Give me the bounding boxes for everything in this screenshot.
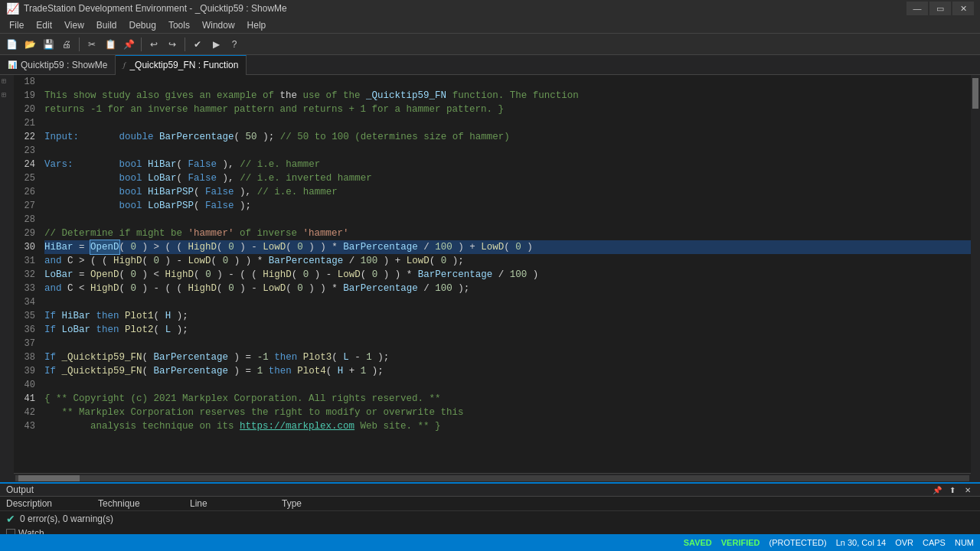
tab-showme[interactable]: 📊 Quicktip59 : ShowMe bbox=[0, 55, 116, 75]
open-btn[interactable]: 📂 bbox=[21, 36, 38, 53]
v-scrollbar[interactable] bbox=[971, 75, 980, 482]
status-right: SAVED VERIFIED (PROTECTED) Ln 30, Col 14… bbox=[684, 538, 974, 547]
ln-40: 40 bbox=[17, 378, 35, 392]
col-description: Description bbox=[6, 498, 98, 509]
menu-tools[interactable]: Tools bbox=[162, 18, 196, 32]
ln-39: 39 bbox=[17, 364, 35, 378]
print-btn[interactable]: 🖨 bbox=[58, 36, 75, 53]
the-19c: The function bbox=[510, 89, 579, 103]
title-bar-controls: — ▭ ✕ bbox=[906, 2, 974, 15]
menu-file[interactable]: File bbox=[3, 18, 30, 32]
status-num: NUM bbox=[955, 538, 974, 547]
code-line-24: Vars: bool HiBar( False ), // i.e. hamme… bbox=[44, 158, 971, 171]
code-line-30: HiBar = OpenD( 0 ) > ( ( HighD( 0 ) - Lo… bbox=[44, 240, 971, 254]
code-line-42: ** Markplex Corporation reserves the rig… bbox=[44, 406, 971, 419]
menu-edit[interactable]: Edit bbox=[30, 18, 58, 32]
code-line-19: This show study also gives an example of… bbox=[44, 89, 971, 103]
kw-double: double bbox=[119, 130, 154, 144]
left-gutter: ⊞ ⊞ bbox=[0, 75, 14, 482]
var-barpct: BarPercentage bbox=[159, 130, 234, 144]
help-btn2[interactable]: ? bbox=[226, 36, 243, 53]
output-header-controls: 📌 ⬆ ✕ bbox=[931, 484, 974, 496]
close-button[interactable]: ✕ bbox=[952, 2, 974, 15]
ln-27: 27 bbox=[17, 199, 35, 213]
check-icon: ✔ bbox=[6, 513, 15, 525]
title-bar: 📈 TradeStation Development Environment -… bbox=[0, 0, 980, 17]
code-line-22: Input: double BarPercentage( 50 ); // 50… bbox=[44, 130, 971, 144]
code-line-43: analysis technique on its https://markpl… bbox=[44, 419, 971, 433]
code-scroll[interactable]: 18 19 20 21 22 23 24 25 26 27 28 29 30 3… bbox=[14, 75, 971, 473]
menu-view[interactable]: View bbox=[58, 18, 90, 32]
redo-btn[interactable]: ↪ bbox=[164, 36, 181, 53]
code-line-36: If LoBar then Plot2( L ); bbox=[44, 323, 971, 337]
menu-build[interactable]: Build bbox=[90, 18, 123, 32]
ln-21: 21 bbox=[17, 116, 35, 130]
verify-btn[interactable]: ✔ bbox=[189, 36, 206, 53]
maximize-button[interactable]: ▭ bbox=[929, 2, 951, 15]
h-scroll-track[interactable] bbox=[15, 475, 969, 481]
h-scroll-thumb[interactable] bbox=[18, 475, 80, 481]
ln-42: 42 bbox=[17, 406, 35, 419]
menu-debug[interactable]: Debug bbox=[123, 18, 162, 32]
status-protected: (PROTECTED) bbox=[769, 538, 827, 547]
code-line-23 bbox=[44, 144, 971, 158]
output-pin-btn[interactable]: 📌 bbox=[931, 484, 943, 496]
ln-30: 30 bbox=[17, 240, 35, 254]
code-line-29: // Determine if might be 'hammer' of inv… bbox=[44, 227, 971, 240]
tab-function-icon: 𝑓 bbox=[123, 60, 126, 70]
code-line-37 bbox=[44, 337, 971, 350]
col-line: Line bbox=[190, 498, 282, 509]
menu-help[interactable]: Help bbox=[241, 18, 273, 32]
code-area: 18 19 20 21 22 23 24 25 26 27 28 29 30 3… bbox=[14, 75, 971, 482]
code-line-35: If HiBar then Plot1( H ); bbox=[44, 309, 971, 323]
col-technique: Technique bbox=[98, 498, 190, 509]
menu-window[interactable]: Window bbox=[196, 18, 241, 32]
ln-22: 22 bbox=[17, 130, 35, 144]
h-scrollbar[interactable] bbox=[14, 473, 971, 482]
ln-18: 18 bbox=[17, 75, 35, 89]
code-line-27: bool LoBarPSP( False ); bbox=[44, 199, 971, 213]
code-line-26: bool HiBarPSP( False ), // i.e. hammer bbox=[44, 185, 971, 199]
save-btn[interactable]: 💾 bbox=[40, 36, 57, 53]
sep1 bbox=[79, 37, 80, 51]
output-panel: Output 📌 ⬆ ✕ Description Technique Line … bbox=[0, 482, 980, 534]
build-btn[interactable]: ▶ bbox=[207, 36, 224, 53]
ln-20: 20 bbox=[17, 103, 35, 116]
code-line-25: bool LoBar( False ), // i.e. inverted ha… bbox=[44, 171, 971, 185]
ln-43: 43 bbox=[17, 419, 35, 433]
status-bar: SAVED VERIFIED (PROTECTED) Ln 30, Col 14… bbox=[0, 534, 980, 551]
ln-28: 28 bbox=[17, 213, 35, 227]
code-line-39: If _Quicktip59_FN( BarPercentage ) = 1 t… bbox=[44, 364, 971, 378]
sep3 bbox=[185, 37, 185, 51]
cm-20: returns -1 for an inverse hammer pattern… bbox=[44, 103, 504, 116]
code-lines[interactable]: This show study also gives an example of… bbox=[41, 75, 971, 433]
ln-29: 29 bbox=[17, 227, 35, 240]
output-expand-btn[interactable]: ⬆ bbox=[946, 484, 959, 496]
status-saved: SAVED bbox=[684, 538, 712, 547]
v-scroll-thumb[interactable] bbox=[972, 78, 978, 109]
line-numbers: 18 19 20 21 22 23 24 25 26 27 28 29 30 3… bbox=[14, 75, 41, 433]
undo-btn[interactable]: ↩ bbox=[145, 36, 162, 53]
new-btn[interactable]: 📄 bbox=[3, 36, 20, 53]
output-close-btn[interactable]: ✕ bbox=[962, 484, 974, 496]
app-icon: 📈 bbox=[6, 2, 19, 15]
paste-btn[interactable]: 📌 bbox=[120, 36, 137, 53]
code-line-18 bbox=[44, 75, 971, 89]
ln-41: 41 bbox=[17, 392, 35, 406]
menu-bar: File Edit View Build Debug Tools Window … bbox=[0, 17, 980, 34]
cut-btn[interactable]: ✂ bbox=[83, 36, 100, 53]
ln-35: 35 bbox=[17, 309, 35, 323]
cm-19b: use of the bbox=[303, 89, 367, 103]
toolbar: 📄 📂 💾 🖨 ✂ 📋 📌 ↩ ↪ ✔ ▶ ? bbox=[0, 34, 980, 55]
title-text: TradeStation Development Environment - _… bbox=[24, 3, 287, 14]
code-line-32: LoBar = OpenD( 0 ) < HighD( 0 ) - ( ( Hi… bbox=[44, 268, 971, 282]
ln-38: 38 bbox=[17, 350, 35, 364]
minimize-button[interactable]: — bbox=[906, 2, 928, 15]
code-line-40 bbox=[44, 378, 971, 392]
tab-function[interactable]: 𝑓 _Quicktip59_FN : Function bbox=[116, 55, 247, 75]
output-header-left: Output bbox=[6, 484, 34, 495]
code-line-41: { ** Copyright (c) 2021 Markplex Corpora… bbox=[44, 392, 971, 406]
ln-34: 34 bbox=[17, 295, 35, 309]
tab-showme-label: Quicktip59 : ShowMe bbox=[21, 60, 107, 70]
copy-btn[interactable]: 📋 bbox=[102, 36, 119, 53]
